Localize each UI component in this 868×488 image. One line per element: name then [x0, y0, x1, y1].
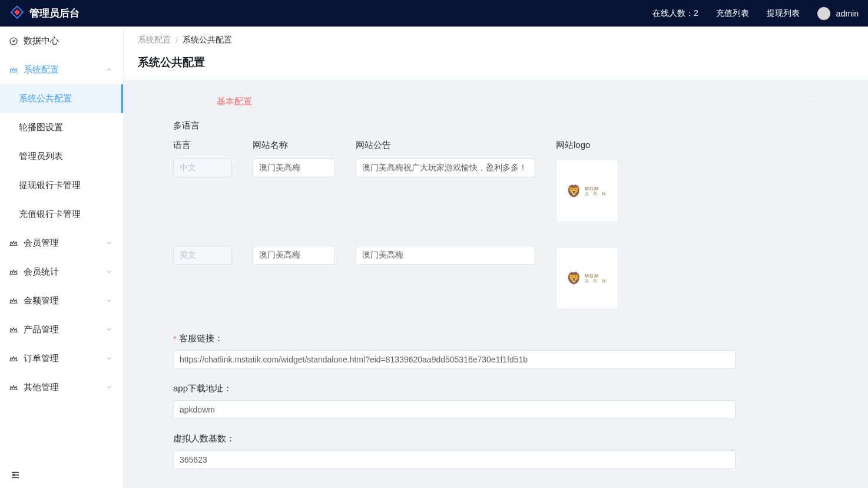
- col-head-lang: 语言: [173, 140, 253, 155]
- sidebar-item-sys-config[interactable]: 系统配置: [0, 55, 123, 84]
- sidebar-sub-recharge-bank[interactable]: 充值银行卡管理: [0, 200, 123, 229]
- logo-preview: 🦁 MGM美 高 梅: [566, 271, 608, 285]
- sidebar-label: 订单管理: [24, 353, 59, 364]
- field-app-download: app下载地址：: [173, 383, 819, 419]
- sidebar-sub-admins[interactable]: 管理员列表: [0, 142, 123, 171]
- section-divider-basic: 基本配置: [173, 96, 819, 107]
- sidebar-label: 产品管理: [24, 324, 59, 335]
- breadcrumb-parent[interactable]: 系统配置: [138, 35, 171, 45]
- sidebar-item-member-mgmt[interactable]: 会员管理: [0, 229, 123, 258]
- crown-icon: [8, 354, 19, 364]
- chevron-down-icon: [105, 383, 112, 393]
- page-title: 系统公共配置: [138, 55, 854, 70]
- sidebar-item-other-mgmt[interactable]: 其他管理: [0, 373, 123, 402]
- col-head-logo: 网站logo: [556, 140, 650, 155]
- app-download-input[interactable]: [173, 400, 736, 419]
- logo-upload-zh[interactable]: 🦁 MGM美 高 梅: [556, 160, 618, 222]
- recharge-list-link[interactable]: 充值列表: [716, 8, 749, 19]
- crown-icon: [8, 296, 19, 306]
- app-title: 管理员后台: [29, 6, 79, 20]
- lang-row-en: 🦁 MGM美 高 梅: [173, 246, 819, 309]
- breadcrumb-current: 系统公共配置: [183, 35, 232, 45]
- crown-icon: [8, 325, 19, 335]
- sidebar-sub-withdraw-bank[interactable]: 提现银行卡管理: [0, 171, 123, 200]
- online-value: 2: [694, 8, 698, 18]
- lion-icon: 🦁: [566, 271, 581, 285]
- sidebar-label: 其他管理: [24, 382, 59, 393]
- chevron-down-icon: [105, 354, 112, 364]
- logo-upload-en[interactable]: 🦁 MGM美 高 梅: [556, 247, 618, 309]
- service-link-input[interactable]: [173, 350, 736, 369]
- sidebar-label: 会员管理: [24, 238, 59, 249]
- withdraw-list-link[interactable]: 提现列表: [767, 8, 800, 19]
- site-notice-zh[interactable]: [356, 159, 535, 177]
- crown-icon: [8, 239, 19, 248]
- sidebar-label: 数据中心: [24, 35, 59, 47]
- site-name-zh[interactable]: [253, 159, 335, 177]
- virtual-base-input[interactable]: [173, 450, 736, 469]
- sidebar-item-order-mgmt[interactable]: 订单管理: [0, 344, 123, 373]
- chevron-down-icon: [105, 238, 112, 248]
- crown-icon: [8, 268, 19, 277]
- logo-brand-text: MGM美 高 梅: [585, 186, 608, 196]
- logo-brand-text: MGM美 高 梅: [585, 273, 608, 283]
- header-right: 在线人数：2 充值列表 提现列表 admin: [652, 7, 859, 20]
- site-notice-en[interactable]: [356, 246, 535, 265]
- chevron-down-icon: [105, 296, 112, 306]
- service-link-label: 客服链接：: [179, 333, 223, 344]
- collapse-icon: [10, 470, 21, 480]
- online-count[interactable]: 在线人数：2: [652, 8, 698, 19]
- logo-icon: [9, 5, 25, 22]
- sidebar-label: 会员统计: [24, 266, 59, 278]
- multilang-label: 多语言: [173, 120, 819, 131]
- avatar: [817, 7, 830, 20]
- sidebar-label: 系统配置: [24, 64, 59, 75]
- site-name-en[interactable]: [253, 246, 335, 265]
- col-head-notice: 网站公告: [356, 140, 556, 155]
- odometer-icon: [8, 37, 19, 46]
- sidebar: 数据中心 系统配置 系统公共配置 轮播图设置 管理员列表 提现银行卡管理 充值银…: [0, 27, 124, 488]
- app-download-label: app下载地址：: [173, 383, 232, 394]
- collapse-sidebar-button[interactable]: [7, 467, 24, 483]
- lang-name-en: [173, 246, 232, 265]
- section-title-basic: 基本配置: [208, 96, 260, 107]
- chevron-down-icon: [105, 267, 112, 277]
- sidebar-item-product-mgmt[interactable]: 产品管理: [0, 315, 123, 344]
- online-label: 在线人数：: [652, 8, 694, 18]
- content-body: 基本配置 多语言 语言 网站名称 网站公告: [124, 80, 868, 488]
- logo-preview: 🦁 MGM美 高 梅: [566, 184, 608, 198]
- sidebar-label: 金额管理: [24, 295, 59, 306]
- lion-icon: 🦁: [566, 184, 581, 198]
- sidebar-sub-public-config[interactable]: 系统公共配置: [0, 84, 123, 113]
- crown-icon: [8, 383, 19, 393]
- col-head-name: 网站名称: [253, 140, 356, 155]
- svg-point-3: [13, 41, 14, 42]
- sidebar-item-member-stats[interactable]: 会员统计: [0, 258, 123, 286]
- chevron-down-icon: [105, 325, 112, 335]
- lang-name-zh: [173, 159, 232, 177]
- logo: 管理员后台: [9, 5, 79, 22]
- required-mark: *: [173, 334, 177, 344]
- sidebar-sub-carousel[interactable]: 轮播图设置: [0, 113, 123, 142]
- username: admin: [836, 9, 859, 18]
- sidebar-item-data-center[interactable]: 数据中心: [0, 27, 123, 55]
- lang-row-zh: 语言 网站名称 网站公告 网站logo: [173, 140, 819, 222]
- breadcrumb: 系统配置 / 系统公共配置: [138, 35, 854, 45]
- chevron-up-icon: [105, 65, 112, 75]
- crown-icon: [8, 65, 19, 75]
- virtual-base-label: 虚拟人数基数：: [173, 433, 235, 444]
- content-header: 系统配置 / 系统公共配置 系统公共配置: [124, 27, 868, 80]
- top-header: 管理员后台 在线人数：2 充值列表 提现列表 admin: [0, 0, 868, 27]
- field-virtual-base: 虚拟人数基数：: [173, 433, 819, 469]
- svg-rect-1: [14, 9, 20, 15]
- breadcrumb-sep: /: [175, 35, 178, 45]
- user-menu[interactable]: admin: [817, 7, 859, 20]
- content: 系统配置 / 系统公共配置 系统公共配置 基本配置 多语言 语言: [124, 27, 868, 488]
- sidebar-item-amount-mgmt[interactable]: 金额管理: [0, 286, 123, 315]
- field-service-link: *客服链接：: [173, 333, 819, 369]
